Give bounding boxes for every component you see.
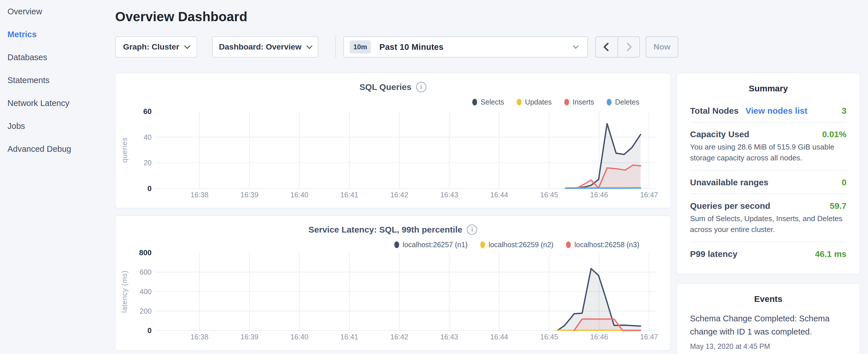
svg-text:16:40: 16:40 [290, 191, 308, 199]
legend-marker-icon [607, 99, 612, 105]
chart-legend: localhost:26257 (n1)localhost:26259 (n2)… [394, 240, 639, 249]
svg-text:16:45: 16:45 [540, 333, 558, 341]
legend-label: localhost:26257 (n1) [403, 240, 468, 249]
sidebar: OverviewMetricsDatabasesStatementsNetwor… [0, 0, 115, 354]
svg-text:latency (ms): latency (ms) [120, 270, 128, 313]
legend-item-selects[interactable]: Selects [472, 98, 504, 106]
svg-text:16:42: 16:42 [390, 191, 408, 199]
svg-text:200: 200 [140, 307, 152, 315]
legend-item-localhost-26258-n3-[interactable]: localhost:26258 (n3) [566, 240, 639, 249]
page-title: Overview Dashboard [115, 9, 247, 25]
svg-text:400: 400 [140, 288, 152, 296]
legend-marker-icon [566, 242, 571, 248]
legend-marker-icon [517, 99, 522, 105]
sql-queries-chart-card: SQL Queries i SelectsUpdatesInsertsDelet… [115, 73, 671, 208]
chevron-right-icon [623, 42, 632, 51]
svg-text:40: 40 [144, 133, 152, 141]
chart-legend: SelectsUpdatesInsertsDeletes [472, 98, 639, 106]
event-item: Schema Change Completed: Schema change w… [690, 312, 846, 351]
sidebar-item-overview[interactable]: Overview [0, 0, 115, 23]
sql-queries-plot[interactable]: 020406016:3816:3916:4016:4116:4216:4316:… [116, 73, 671, 208]
chart-title: Service Latency: SQL, 99th percentile [309, 225, 463, 234]
sidebar-item-metrics[interactable]: Metrics [0, 23, 115, 46]
legend-item-deletes[interactable]: Deletes [607, 98, 639, 106]
events-panel: Events Schema Change Completed: Schema c… [677, 284, 860, 354]
chevron-down-icon [573, 43, 579, 49]
summary-row-value: 0.01% [822, 129, 846, 139]
sidebar-item-databases[interactable]: Databases [0, 46, 115, 69]
sidebar-item-statements[interactable]: Statements [0, 69, 115, 92]
chevron-down-icon [184, 43, 190, 49]
summary-row-subtext: You are using 28.6 MiB of 515.9 GiB usab… [690, 141, 846, 163]
sidebar-item-advanced-debug[interactable]: Advanced Debug [0, 137, 115, 160]
summary-row-label: Unavailable ranges [690, 178, 768, 187]
svg-text:queries: queries [120, 137, 128, 163]
legend-item-localhost-26259-n2-[interactable]: localhost:26259 (n2) [480, 240, 554, 249]
svg-text:800: 800 [139, 248, 152, 257]
svg-text:16:47: 16:47 [640, 191, 658, 199]
summary-row-label: Total Nodes [690, 106, 739, 116]
time-next-button[interactable] [618, 37, 639, 57]
chevron-down-icon [306, 43, 312, 49]
svg-text:16:46: 16:46 [590, 191, 608, 199]
chart-title: SQL Queries [359, 82, 411, 92]
svg-text:16:43: 16:43 [440, 191, 458, 199]
svg-text:16:46: 16:46 [590, 333, 608, 341]
svg-text:16:44: 16:44 [490, 333, 508, 341]
time-range-label: Past 10 Minutes [379, 42, 443, 52]
svg-text:600: 600 [140, 268, 152, 276]
summary-row-value: 46.1 ms [815, 249, 846, 259]
events-title: Events [690, 294, 846, 304]
graph-dropdown[interactable]: Graph: Cluster [115, 36, 197, 58]
svg-text:16:43: 16:43 [440, 333, 458, 341]
legend-item-updates[interactable]: Updates [517, 98, 552, 106]
svg-text:16:38: 16:38 [191, 333, 209, 341]
sidebar-item-network-latency[interactable]: Network Latency [0, 92, 115, 115]
summary-row: P99 latency46.1 ms [690, 242, 846, 265]
legend-label: localhost:26258 (n3) [574, 240, 639, 249]
legend-marker-icon [564, 99, 569, 105]
svg-text:16:45: 16:45 [540, 191, 558, 199]
info-icon[interactable]: i [416, 82, 426, 92]
event-text: Schema Change Completed: Schema change w… [690, 312, 831, 338]
legend-item-inserts[interactable]: Inserts [564, 98, 594, 106]
legend-label: Inserts [572, 98, 594, 106]
time-pager [595, 36, 640, 58]
legend-item-localhost-26257-n1-[interactable]: localhost:26257 (n1) [394, 240, 468, 249]
chart-header: Service Latency: SQL, 99th percentile i [116, 225, 670, 235]
sidebar-item-jobs[interactable]: Jobs [0, 115, 115, 137]
event-timestamp: May 13, 2020 at 4:45 PM [690, 342, 846, 351]
legend-marker-icon [394, 242, 399, 248]
overview-dashboard-page: OverviewMetricsDatabasesStatementsNetwor… [0, 0, 868, 354]
summary-title: Summary [690, 84, 846, 93]
summary-row-value: 3 [842, 106, 846, 116]
svg-text:16:40: 16:40 [290, 333, 308, 341]
svg-text:16:44: 16:44 [490, 191, 508, 199]
view-nodes-list-link[interactable]: View nodes list [745, 106, 807, 116]
summary-row: Total NodesView nodes list3 [690, 99, 846, 122]
service-latency-plot[interactable]: 020040060080016:3816:3916:4016:4116:4216… [116, 216, 671, 351]
svg-text:16:38: 16:38 [191, 191, 209, 199]
legend-marker-icon [480, 242, 485, 248]
graph-dropdown-label: Graph: Cluster [123, 42, 179, 52]
now-button[interactable]: Now [646, 36, 678, 58]
svg-text:16:41: 16:41 [340, 333, 359, 341]
svg-text:16:42: 16:42 [390, 333, 408, 341]
svg-text:16:39: 16:39 [241, 191, 258, 199]
time-range-badge: 10m [350, 40, 371, 54]
summary-panel: Summary Total NodesView nodes list3Capac… [677, 73, 860, 274]
chevron-left-icon [603, 42, 612, 51]
svg-text:16:41: 16:41 [340, 191, 359, 199]
summary-row-label: Capacity Used [690, 129, 749, 139]
dashboard-dropdown[interactable]: Dashboard: Overview [212, 36, 318, 58]
legend-label: Updates [525, 98, 552, 106]
time-range-dropdown[interactable]: 10m Past 10 Minutes [343, 36, 588, 58]
svg-text:60: 60 [143, 107, 152, 116]
info-icon[interactable]: i [467, 225, 477, 235]
summary-row-label: Queries per second [690, 201, 770, 211]
summary-row-label: P99 latency [690, 249, 737, 259]
time-prev-button[interactable] [596, 37, 618, 57]
chart-header: SQL Queries i [116, 82, 670, 92]
svg-text:16:39: 16:39 [241, 333, 258, 341]
summary-row-value: 0 [842, 178, 846, 187]
